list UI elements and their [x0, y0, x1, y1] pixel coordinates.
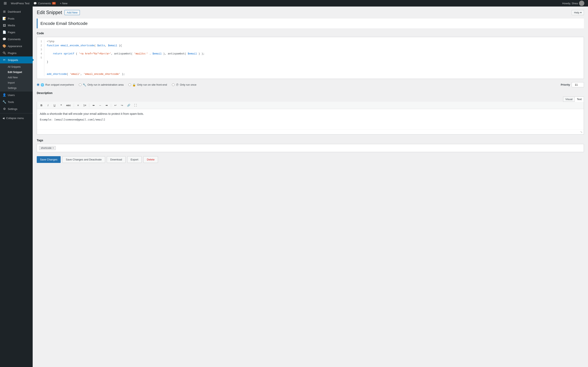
main-content: Edit Snippet Add New Help ▾ Code 1 2 3 4…	[33, 7, 588, 367]
site-name[interactable]: WordPress Test	[9, 0, 31, 7]
run-everywhere-option[interactable]: 🌐 Run snippet everywhere	[37, 83, 74, 86]
run-once-radio[interactable]	[172, 83, 174, 86]
code-editor: 1 2 3 4 5 <?php function email_encode_sh…	[37, 37, 584, 79]
submenu-edit-snippet[interactable]: Edit Snippet	[0, 69, 33, 75]
code-area[interactable]: 1 2 3 4 5 <?php function email_encode_sh…	[37, 37, 584, 79]
snippet-title-wrap	[37, 18, 584, 28]
description-section: Description Visual Text B I U ❝ ABC ≡ 1≡…	[37, 91, 584, 134]
run-frontend-option[interactable]: 🔒 Only run on site front-end	[129, 83, 167, 86]
admin-bar: ⊞ WordPress Test 💬 Comments 0 + New Howd…	[0, 0, 588, 7]
quote-button[interactable]: ❝	[58, 103, 64, 108]
run-admin-option[interactable]: 🔧 Only run in administration area	[79, 83, 123, 86]
submenu-settings[interactable]: Settings	[0, 85, 33, 91]
ol-button[interactable]: 1≡	[82, 103, 88, 108]
tools-icon: 🔧	[2, 100, 6, 104]
page-header: Edit Snippet Add New Help ▾	[37, 10, 584, 15]
dashboard-icon: ⊞	[2, 10, 6, 13]
sidebar-item-media[interactable]: 🖼 Media	[0, 22, 33, 29]
sidebar-item-appearance[interactable]: 🎨 Appearance	[0, 43, 33, 50]
tag-label: shortcode	[41, 147, 52, 150]
snippet-title-input[interactable]	[38, 18, 584, 28]
posts-icon: 📝	[2, 17, 6, 20]
toolbar-sep-1	[74, 104, 74, 107]
align-center-button[interactable]: ↔	[97, 103, 103, 108]
editor-resize-handle[interactable]: ⤡	[37, 129, 584, 134]
settings-icon: ⚙	[2, 107, 6, 111]
tab-visual[interactable]: Visual	[563, 97, 575, 102]
lock-icon: 🔒	[132, 83, 136, 86]
sidebar-item-dashboard[interactable]: ⊞ Dashboard	[0, 8, 33, 15]
ul-button[interactable]: ≡	[75, 103, 81, 108]
add-new-button[interactable]: Add New	[65, 10, 80, 15]
priority-label: Priority	[561, 83, 570, 86]
sidebar-item-tools[interactable]: 🔧 Tools	[0, 99, 33, 105]
fullscreen-button[interactable]: ⛶	[132, 103, 138, 108]
line-numbers: 1 2 3 4 5	[37, 40, 44, 76]
users-icon: 👤	[2, 93, 6, 97]
run-frontend-radio[interactable]	[129, 83, 131, 86]
run-once-option[interactable]: ⏱ Only run once	[172, 83, 196, 86]
rich-editor: B I U ❝ ABC ≡ 1≡ ⬅ ↔ ➡ ↩ ↪ 🔗 ⛶	[37, 102, 584, 134]
export-button[interactable]: Export	[127, 156, 142, 163]
appearance-icon: 🎨	[2, 44, 6, 48]
wp-logo[interactable]: ⊞	[2, 0, 9, 7]
description-text: Adds a shortcode that will encode your e…	[40, 111, 581, 116]
save-deactivate-button[interactable]: Save Changes and Deactivate	[62, 156, 105, 163]
italic-button[interactable]: I	[45, 103, 51, 108]
tags-input-wrap[interactable]: shortcode ×	[37, 144, 584, 152]
undo-button[interactable]: ↩	[112, 103, 118, 108]
sidebar-item-plugins[interactable]: 🔌 Plugins	[0, 50, 33, 57]
redo-button[interactable]: ↪	[119, 103, 125, 108]
run-options: 🌐 Run snippet everywhere 🔧 Only run in a…	[37, 82, 584, 87]
strikethrough-button[interactable]: ABC	[65, 103, 72, 108]
code-content[interactable]: <?php function email_encode_shortcode( $…	[44, 40, 584, 76]
priority-input[interactable]	[572, 82, 584, 87]
code-section-title: Code	[37, 32, 584, 35]
sidebar-item-settings[interactable]: ⚙ Settings	[0, 105, 33, 112]
save-changes-button[interactable]: Save Changes	[37, 156, 61, 163]
comments-icon: 💬	[34, 2, 37, 5]
priority-wrap: Priority	[561, 82, 584, 87]
editor-body[interactable]: Adds a shortcode that will encode your e…	[37, 109, 584, 129]
editor-tabs: Visual Text	[37, 97, 584, 102]
new-content-link[interactable]: + New	[58, 0, 69, 7]
link-button[interactable]: 🔗	[126, 103, 132, 108]
editor-toolbar: B I U ❝ ABC ≡ 1≡ ⬅ ↔ ➡ ↩ ↪ 🔗 ⛶	[37, 102, 584, 109]
sidebar-item-users[interactable]: 👤 Users	[0, 92, 33, 99]
sidebar-item-comments[interactable]: 💬 Comments	[0, 36, 33, 43]
download-button[interactable]: Download	[107, 156, 126, 163]
sidebar-item-snippets[interactable]: ✂ Snippets	[0, 57, 33, 63]
tags-section-title: Tags	[37, 139, 584, 142]
wp-wrap: ⊞ Dashboard 📝 Posts 🖼 Media 📄 Pages 💬 Co…	[0, 7, 588, 367]
howdy-menu[interactable]: Howdy, Shea	[560, 1, 586, 6]
run-admin-radio[interactable]	[79, 83, 81, 86]
comments-count: 0	[52, 2, 56, 4]
sidebar-item-posts[interactable]: 📝 Posts	[0, 15, 33, 22]
help-button[interactable]: Help ▾	[572, 10, 584, 15]
align-left-button[interactable]: ⬅	[91, 103, 96, 108]
sidebar-separator	[0, 113, 33, 113]
submenu-add-new[interactable]: Add New	[0, 75, 33, 80]
run-everywhere-radio[interactable]	[37, 83, 39, 86]
underline-button[interactable]: U	[52, 103, 57, 108]
tag-remove-shortcode[interactable]: ×	[52, 147, 54, 150]
bold-button[interactable]: B	[39, 103, 44, 108]
media-icon: 🖼	[2, 24, 6, 27]
submenu-all-snippets[interactable]: All Snippets	[0, 64, 33, 69]
avatar	[579, 1, 584, 6]
pages-icon: 📄	[2, 30, 6, 34]
submenu-import[interactable]: Import	[0, 80, 33, 85]
description-example: Example: [email]someone@gmail.com[/email…	[40, 118, 581, 122]
align-right-button[interactable]: ➡	[104, 103, 109, 108]
tags-section: Tags shortcode ×	[37, 139, 584, 152]
collapse-menu-button[interactable]: ◀ Collapse menu	[0, 114, 33, 122]
snippets-submenu: All Snippets Edit Snippet Add New Import…	[0, 63, 33, 92]
comments-link[interactable]: 💬 Comments 0	[31, 0, 58, 7]
delete-button[interactable]: Delete	[143, 156, 158, 163]
plugins-icon: 🔌	[2, 51, 6, 55]
snippets-icon: ✂	[2, 58, 6, 62]
tab-text[interactable]: Text	[575, 97, 584, 102]
globe-icon: 🌐	[41, 83, 44, 86]
sidebar-item-pages[interactable]: 📄 Pages	[0, 29, 33, 36]
action-buttons: Save Changes Save Changes and Deactivate…	[37, 156, 584, 163]
